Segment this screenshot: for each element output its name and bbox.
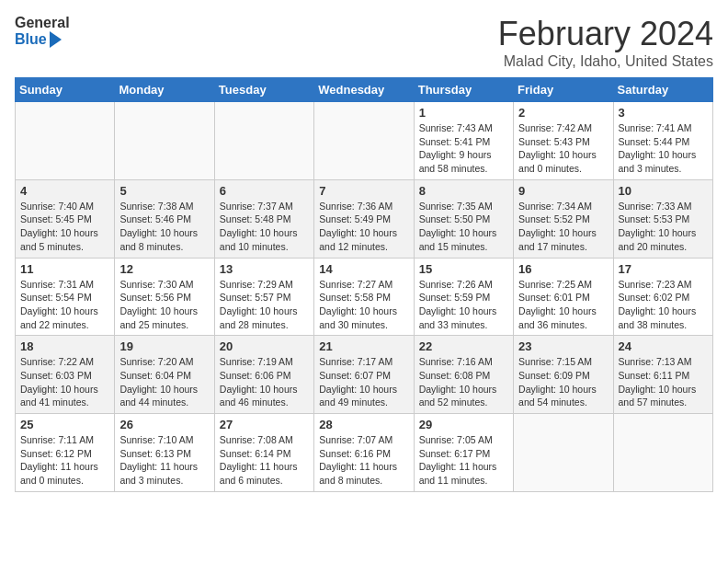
table-row: 4Sunrise: 7:40 AM Sunset: 5:45 PM Daylig…	[16, 179, 115, 258]
day-number: 5	[119, 184, 209, 198]
column-header-tuesday: Tuesday	[214, 78, 313, 102]
day-info: Sunrise: 7:31 AM Sunset: 5:54 PM Dayligh…	[20, 278, 109, 332]
day-number: 15	[419, 262, 508, 276]
day-number: 28	[319, 418, 408, 431]
day-number: 29	[419, 418, 508, 431]
table-row: 2Sunrise: 7:42 AM Sunset: 5:43 PM Daylig…	[514, 102, 613, 180]
table-row: 18Sunrise: 7:22 AM Sunset: 6:03 PM Dayli…	[16, 336, 115, 414]
table-row: 16Sunrise: 7:25 AM Sunset: 6:01 PM Dayli…	[514, 258, 613, 336]
day-number: 12	[119, 262, 209, 276]
day-info: Sunrise: 7:37 AM Sunset: 5:48 PM Dayligh…	[220, 200, 309, 254]
day-info: Sunrise: 7:16 AM Sunset: 6:08 PM Dayligh…	[419, 355, 508, 409]
day-info: Sunrise: 7:11 AM Sunset: 6:12 PM Dayligh…	[20, 433, 109, 488]
column-header-sunday: Sunday	[16, 78, 115, 102]
month-title: February 2024	[498, 15, 713, 53]
table-row: 25Sunrise: 7:11 AM Sunset: 6:12 PM Dayli…	[16, 414, 115, 492]
table-row	[514, 414, 613, 492]
day-number: 26	[119, 418, 209, 431]
day-info: Sunrise: 7:25 AM Sunset: 6:01 PM Dayligh…	[518, 278, 608, 332]
table-row: 6Sunrise: 7:37 AM Sunset: 5:48 PM Daylig…	[214, 179, 313, 258]
logo: General Blue	[15, 15, 70, 48]
day-info: Sunrise: 7:43 AM Sunset: 5:41 PM Dayligh…	[419, 121, 508, 176]
table-row: 11Sunrise: 7:31 AM Sunset: 5:54 PM Dayli…	[16, 258, 115, 336]
day-info: Sunrise: 7:07 AM Sunset: 6:16 PM Dayligh…	[319, 433, 408, 488]
day-info: Sunrise: 7:33 AM Sunset: 5:53 PM Dayligh…	[619, 200, 708, 254]
day-info: Sunrise: 7:23 AM Sunset: 6:02 PM Dayligh…	[619, 278, 708, 332]
column-header-friday: Friday	[514, 78, 613, 102]
location: Malad City, Idaho, United States	[498, 53, 713, 70]
day-info: Sunrise: 7:27 AM Sunset: 5:58 PM Dayligh…	[319, 278, 408, 332]
day-number: 19	[119, 339, 209, 353]
day-info: Sunrise: 7:42 AM Sunset: 5:43 PM Dayligh…	[518, 121, 608, 176]
logo-blue: Blue	[15, 31, 47, 48]
table-row	[314, 102, 414, 180]
day-number: 10	[619, 184, 708, 198]
day-number: 2	[518, 106, 608, 120]
day-number: 20	[220, 339, 309, 353]
day-info: Sunrise: 7:29 AM Sunset: 5:57 PM Dayligh…	[220, 278, 309, 332]
day-number: 27	[220, 418, 309, 431]
day-number: 22	[419, 339, 508, 353]
table-row: 21Sunrise: 7:17 AM Sunset: 6:07 PM Dayli…	[314, 336, 414, 414]
table-row: 5Sunrise: 7:38 AM Sunset: 5:46 PM Daylig…	[115, 179, 214, 258]
day-info: Sunrise: 7:10 AM Sunset: 6:13 PM Dayligh…	[119, 433, 209, 488]
day-number: 17	[619, 262, 708, 276]
day-number: 1	[419, 106, 508, 120]
column-header-thursday: Thursday	[414, 78, 513, 102]
day-number: 16	[518, 262, 608, 276]
table-row: 27Sunrise: 7:08 AM Sunset: 6:14 PM Dayli…	[214, 414, 313, 492]
table-row: 28Sunrise: 7:07 AM Sunset: 6:16 PM Dayli…	[314, 414, 414, 492]
table-row: 9Sunrise: 7:34 AM Sunset: 5:52 PM Daylig…	[514, 179, 613, 258]
day-info: Sunrise: 7:05 AM Sunset: 6:17 PM Dayligh…	[419, 433, 508, 488]
table-row: 13Sunrise: 7:29 AM Sunset: 5:57 PM Dayli…	[214, 258, 313, 336]
table-row: 29Sunrise: 7:05 AM Sunset: 6:17 PM Dayli…	[414, 414, 513, 492]
table-row: 19Sunrise: 7:20 AM Sunset: 6:04 PM Dayli…	[115, 336, 214, 414]
table-row: 15Sunrise: 7:26 AM Sunset: 5:59 PM Dayli…	[414, 258, 513, 336]
day-info: Sunrise: 7:20 AM Sunset: 6:04 PM Dayligh…	[119, 355, 209, 409]
day-number: 6	[220, 184, 309, 198]
day-number: 18	[20, 339, 109, 353]
day-info: Sunrise: 7:40 AM Sunset: 5:45 PM Dayligh…	[20, 200, 109, 254]
day-info: Sunrise: 7:13 AM Sunset: 6:11 PM Dayligh…	[619, 355, 708, 409]
table-row: 10Sunrise: 7:33 AM Sunset: 5:53 PM Dayli…	[613, 179, 712, 258]
column-header-saturday: Saturday	[613, 78, 712, 102]
table-row: 23Sunrise: 7:15 AM Sunset: 6:09 PM Dayli…	[514, 336, 613, 414]
table-row	[115, 102, 214, 180]
day-number: 13	[220, 262, 309, 276]
day-info: Sunrise: 7:26 AM Sunset: 5:59 PM Dayligh…	[419, 278, 508, 332]
table-row: 20Sunrise: 7:19 AM Sunset: 6:06 PM Dayli…	[214, 336, 313, 414]
column-header-wednesday: Wednesday	[314, 78, 414, 102]
day-number: 14	[319, 262, 408, 276]
table-row	[16, 102, 115, 180]
table-row: 8Sunrise: 7:35 AM Sunset: 5:50 PM Daylig…	[414, 179, 513, 258]
logo-general: General	[15, 15, 70, 31]
day-info: Sunrise: 7:41 AM Sunset: 5:44 PM Dayligh…	[619, 121, 708, 176]
table-row	[613, 414, 712, 492]
table-row: 12Sunrise: 7:30 AM Sunset: 5:56 PM Dayli…	[115, 258, 214, 336]
logo-arrow-icon	[50, 31, 62, 48]
day-info: Sunrise: 7:36 AM Sunset: 5:49 PM Dayligh…	[319, 200, 408, 254]
table-row: 14Sunrise: 7:27 AM Sunset: 5:58 PM Dayli…	[314, 258, 414, 336]
day-info: Sunrise: 7:17 AM Sunset: 6:07 PM Dayligh…	[319, 355, 408, 409]
table-row	[214, 102, 313, 180]
day-number: 23	[518, 339, 608, 353]
day-info: Sunrise: 7:08 AM Sunset: 6:14 PM Dayligh…	[220, 433, 309, 488]
table-row: 22Sunrise: 7:16 AM Sunset: 6:08 PM Dayli…	[414, 336, 513, 414]
table-row: 1Sunrise: 7:43 AM Sunset: 5:41 PM Daylig…	[414, 102, 513, 180]
table-row: 26Sunrise: 7:10 AM Sunset: 6:13 PM Dayli…	[115, 414, 214, 492]
day-info: Sunrise: 7:35 AM Sunset: 5:50 PM Dayligh…	[419, 200, 508, 254]
column-header-monday: Monday	[115, 78, 214, 102]
day-info: Sunrise: 7:30 AM Sunset: 5:56 PM Dayligh…	[119, 278, 209, 332]
day-number: 3	[619, 106, 708, 120]
day-number: 8	[419, 184, 508, 198]
day-number: 21	[319, 339, 408, 353]
day-info: Sunrise: 7:38 AM Sunset: 5:46 PM Dayligh…	[119, 200, 209, 254]
table-row: 17Sunrise: 7:23 AM Sunset: 6:02 PM Dayli…	[613, 258, 712, 336]
day-info: Sunrise: 7:22 AM Sunset: 6:03 PM Dayligh…	[20, 355, 109, 409]
day-number: 25	[20, 418, 109, 431]
day-info: Sunrise: 7:19 AM Sunset: 6:06 PM Dayligh…	[220, 355, 309, 409]
day-number: 24	[619, 339, 708, 353]
day-info: Sunrise: 7:34 AM Sunset: 5:52 PM Dayligh…	[518, 200, 608, 254]
table-row: 24Sunrise: 7:13 AM Sunset: 6:11 PM Dayli…	[613, 336, 712, 414]
table-row: 3Sunrise: 7:41 AM Sunset: 5:44 PM Daylig…	[613, 102, 712, 180]
